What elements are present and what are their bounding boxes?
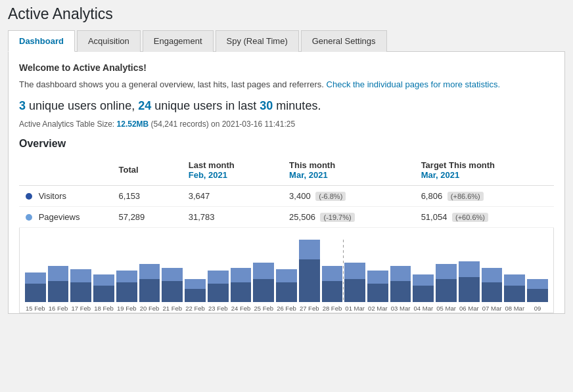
description-before: The dashboard shows you a general overvi… — [19, 79, 324, 89]
bar-pageviews — [25, 272, 46, 284]
bar-visitors — [139, 279, 160, 302]
metric-target: 51,054 (+60.6%) — [415, 206, 554, 227]
bar-pageviews — [390, 266, 411, 281]
bar-group — [276, 240, 297, 302]
bar-group — [162, 240, 183, 302]
target-period: Mar, 2021 — [421, 170, 460, 180]
bar-group — [344, 240, 365, 302]
metric-label: Visitors — [39, 191, 66, 201]
chart-label: 19 Feb — [116, 305, 137, 312]
bar-pageviews — [413, 274, 434, 286]
bar-group — [482, 240, 503, 302]
bar-group — [208, 240, 229, 302]
chart-labels: 15 Feb16 Feb17 Feb18 Feb19 Feb20 Feb21 F… — [20, 302, 553, 312]
target-badge: (+86.6%) — [447, 192, 484, 201]
col-header-total: Total — [112, 156, 182, 186]
tab-acquisition[interactable]: Acquisition — [77, 30, 141, 52]
metric-this-month: 3,400 (-6.8%) — [283, 185, 415, 206]
bar-pageviews — [231, 268, 252, 282]
bar-col — [25, 240, 46, 302]
bar-visitors — [390, 281, 411, 302]
target-badge: (+60.6%) — [452, 213, 488, 222]
tabs-bar: Dashboard Acquisition Engagement Spy (Re… — [8, 30, 565, 52]
welcome-title: Welcome to Active Analytics! — [19, 62, 554, 73]
bar-group — [413, 240, 434, 302]
tab-spy[interactable]: Spy (Real Time) — [216, 30, 299, 52]
bar-pageviews — [48, 266, 69, 281]
metric-dot — [26, 193, 32, 200]
bar-visitors — [459, 277, 480, 302]
bar-group — [48, 240, 69, 302]
bar-col — [208, 240, 229, 302]
bar-col — [162, 240, 183, 302]
this-month-badge: (-6.8%) — [315, 192, 346, 201]
chart-label: 20 Feb — [139, 305, 160, 312]
bar-group — [299, 240, 320, 302]
bar-visitors — [231, 282, 252, 302]
chart-area: 15 Feb16 Feb17 Feb18 Feb19 Feb20 Feb21 F… — [19, 228, 554, 313]
bar-pageviews — [482, 268, 503, 282]
bar-visitors — [367, 284, 388, 302]
chart-label: 16 Feb — [48, 305, 69, 312]
bar-group — [504, 240, 525, 302]
bar-col — [322, 240, 343, 302]
bar-visitors — [504, 286, 525, 302]
table-row: Pageviews 57,289 31,783 25,506 (-19.7%) … — [19, 206, 554, 227]
col-header-thismonth: This month Mar, 2021 — [283, 156, 415, 186]
chart-label: 09 — [527, 305, 548, 312]
records: (54,241 records) — [151, 120, 209, 129]
metric-last-month: 31,783 — [182, 206, 283, 227]
bar-group — [459, 240, 480, 302]
tab-dashboard[interactable]: Dashboard — [8, 30, 75, 52]
bar-pageviews — [253, 263, 274, 279]
tab-engagement[interactable]: Engagement — [143, 30, 214, 52]
chart-label: 04 Mar — [413, 305, 434, 312]
metric-target: 6,806 (+86.6%) — [415, 185, 554, 206]
bar-pageviews — [162, 268, 183, 281]
bar-pageviews — [367, 271, 388, 284]
bar-pageviews — [459, 261, 480, 277]
chart-label: 06 Mar — [459, 305, 480, 312]
bar-col — [436, 240, 457, 302]
table-size-info: Active Analytics Table Size: 12.52MB (54… — [19, 120, 554, 129]
metric-total: 6,153 — [112, 185, 182, 206]
chart-label: 02 Mar — [367, 305, 388, 312]
tab-general-settings[interactable]: General Settings — [301, 30, 387, 52]
col-header-lastmonth: Last month Feb, 2021 — [182, 156, 283, 186]
bar-visitors — [276, 282, 297, 302]
bar-group — [367, 240, 388, 302]
bar-col — [413, 240, 434, 302]
bar-col — [527, 240, 548, 302]
chart-label: 28 Feb — [322, 305, 343, 312]
chart-label: 08 Mar — [504, 305, 525, 312]
chart-wrapper — [20, 233, 553, 302]
bar-visitors — [436, 279, 457, 302]
bar-pageviews — [322, 266, 343, 281]
chart-label: 26 Feb — [276, 305, 297, 312]
chart-label: 15 Feb — [25, 305, 46, 312]
bar-visitors — [25, 284, 46, 302]
bar-col — [116, 240, 137, 302]
content-area: Welcome to Active Analytics! The dashboa… — [8, 52, 565, 314]
bar-group — [231, 240, 252, 302]
this-month-period: Mar, 2021 — [289, 170, 328, 180]
bar-col — [482, 240, 503, 302]
this-month-label: This month — [289, 160, 335, 170]
bar-pageviews — [436, 264, 457, 279]
bar-col — [48, 240, 69, 302]
check-link[interactable]: Check the individual pages for more stat… — [327, 79, 500, 89]
chart-label: 18 Feb — [93, 305, 114, 312]
chart-label: 27 Feb — [299, 305, 320, 312]
on-label: on — [211, 120, 219, 129]
section-title: Overview — [19, 138, 554, 150]
bar-visitors — [48, 281, 69, 302]
description-text: The dashboard shows you a general overvi… — [19, 78, 554, 91]
bar-col — [299, 240, 320, 302]
bar-col — [504, 240, 525, 302]
bar-pageviews — [276, 269, 297, 282]
bar-pageviews — [504, 274, 525, 286]
bar-visitors — [208, 284, 229, 302]
online-label: unique users online, — [29, 99, 135, 112]
chart-label: 05 Mar — [436, 305, 457, 312]
bar-col — [253, 240, 274, 302]
